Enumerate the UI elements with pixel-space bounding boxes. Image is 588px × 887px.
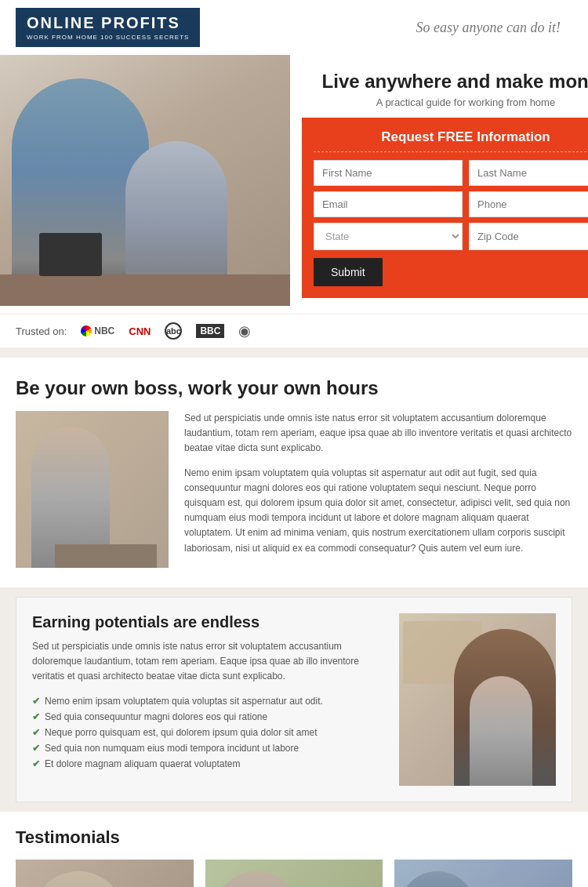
form-row-name — [314, 160, 588, 186]
testimonial-item: Lorem ipsum dolor sit amet, consectetur … — [394, 860, 572, 887]
earning-title: Earning potentials are endless — [32, 613, 383, 631]
trusted-label: Trusted on: — [16, 325, 67, 337]
earning-image — [399, 613, 556, 786]
list-item: ✔ Neque porro quisquam est, qui dolorem … — [32, 727, 383, 738]
check-icon: ✔ — [32, 758, 40, 769]
cnn-logo: CNN — [129, 325, 151, 337]
form-row-contact — [314, 191, 588, 217]
phone-input[interactable] — [469, 191, 588, 217]
hero-title: Live anywhere and make money — [302, 71, 588, 93]
boss-image — [16, 411, 169, 568]
hero-subtitle: A practical guide for working from home — [302, 96, 588, 108]
testimonial-image-2 — [205, 860, 383, 887]
boss-content: Sed ut perspiciatis unde omnis iste natu… — [16, 411, 572, 568]
tagline: So easy anyone can do it! — [416, 20, 561, 36]
cbs-logo: ◉ — [238, 322, 251, 340]
bbc-logo: BBC — [196, 324, 224, 338]
testimonials-grid: Lorem ipsum dolor sit amet, consectetur … — [16, 860, 572, 887]
trusted-bar: Trusted on: NBC CNN abc BBC ◉ — [0, 314, 588, 348]
testimonials-section: Testimonials Lorem ipsum dolor sit amet,… — [0, 812, 588, 887]
abc-logo: abc — [165, 322, 182, 340]
earning-para: Sed ut perspiciatis unde omnis iste natu… — [32, 639, 383, 685]
boss-section: Be your own boss, work your own hours Se… — [0, 358, 588, 587]
last-name-input[interactable] — [469, 160, 588, 186]
logo-box: ONLINE PROFITS WORK FROM HOME 100 SUCCES… — [16, 8, 200, 47]
form-row-location: State AlabamaAlaskaArizonaCaliforniaColo… — [314, 223, 588, 250]
hero-content: Live anywhere and make money A practical… — [290, 55, 588, 314]
hero-image — [0, 55, 290, 306]
email-input[interactable] — [314, 191, 463, 217]
list-item: ✔ Sed quia non numquam eius modi tempora… — [32, 743, 383, 754]
logo-title: ONLINE PROFITS — [27, 14, 189, 32]
state-select[interactable]: State AlabamaAlaskaArizonaCaliforniaColo… — [314, 223, 463, 250]
testimonial-item: Lorem ipsum dolor sit amet, consectetur … — [205, 860, 383, 887]
nbc-icon — [81, 325, 92, 336]
check-icon: ✔ — [32, 727, 40, 738]
logo-subtitle: WORK FROM HOME 100 SUCCESS SECRETS — [27, 34, 189, 41]
testimonials-title: Testimonials — [16, 827, 572, 848]
zip-input[interactable] — [469, 223, 588, 250]
check-icon: ✔ — [32, 743, 40, 754]
form-heading: Request FREE Information — [314, 129, 588, 152]
list-item: ✔ Sed quia consequuntur magni dolores eo… — [32, 711, 383, 722]
boss-text-content: Sed ut perspiciatis unde omnis iste natu… — [184, 411, 572, 568]
boss-para1: Sed ut perspiciatis unde omnis iste natu… — [184, 411, 572, 456]
form-box: Request FREE Information State AlabamaAl… — [302, 118, 588, 298]
check-icon: ✔ — [32, 696, 40, 707]
earning-list: ✔ Nemo enim ipsam voluptatem quia volupt… — [32, 696, 383, 769]
hero-section: Live anywhere and make money A practical… — [0, 55, 588, 314]
earning-section: Earning potentials are endless Sed ut pe… — [16, 597, 572, 802]
earning-inner: Earning potentials are endless Sed ut pe… — [32, 613, 556, 786]
submit-button[interactable]: Submit — [314, 258, 383, 286]
nbc-logo: NBC — [81, 325, 114, 336]
testimonial-image-3 — [394, 860, 572, 887]
testimonial-image-1 — [16, 860, 194, 887]
list-item: ✔ Nemo enim ipsam voluptatem quia volupt… — [32, 696, 383, 707]
earning-left: Earning potentials are endless Sed ut pe… — [32, 613, 383, 774]
list-item: ✔ Et dolore magnam aliquam quaerat volup… — [32, 758, 383, 769]
boss-title: Be your own boss, work your own hours — [16, 377, 572, 399]
testimonial-item: Lorem ipsum dolor sit amet, consectetur … — [16, 860, 194, 887]
header: ONLINE PROFITS WORK FROM HOME 100 SUCCES… — [0, 0, 588, 55]
boss-para2: Nemo enim ipsam voluptatem quia voluptas… — [184, 466, 572, 556]
first-name-input[interactable] — [314, 160, 463, 186]
check-icon: ✔ — [32, 711, 40, 722]
